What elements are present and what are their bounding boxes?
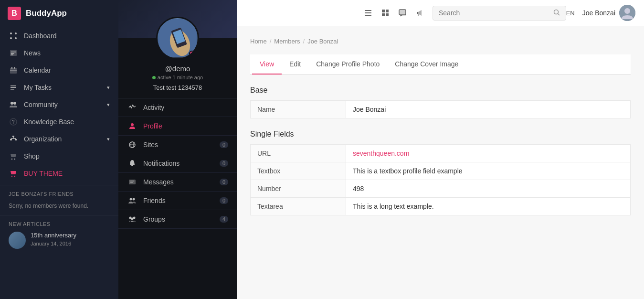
sidebar-item-news[interactable]: News xyxy=(0,44,118,62)
field-value-name: Joe Bonzai xyxy=(346,101,631,118)
single-fields-table: URL seventhqueen.com Textbox This is a t… xyxy=(250,144,631,215)
grid-icon[interactable] xyxy=(381,9,390,17)
search-icon xyxy=(553,9,560,17)
knowledge-icon: ? xyxy=(9,118,18,126)
svg-point-43 xyxy=(131,218,134,220)
shop-icon xyxy=(9,152,18,160)
article-date: January 14, 2016 xyxy=(31,241,76,246)
svg-rect-46 xyxy=(365,15,371,16)
profile-avatar-wrap xyxy=(118,17,237,60)
middle-nav-sites[interactable]: Sites 0 xyxy=(118,136,237,154)
field-label-textarea: Textarea xyxy=(251,198,346,215)
middle-nav-profile[interactable]: Profile xyxy=(118,117,237,136)
main-content: Home / Members / Joe Bonzai View Edit Ch… xyxy=(237,26,644,299)
svg-rect-48 xyxy=(386,10,389,12)
middle-nav-messages[interactable]: Messages 0 xyxy=(118,173,237,192)
friends-icon xyxy=(127,197,137,204)
svg-point-39 xyxy=(130,198,132,201)
sidebar-item-community[interactable]: Community ▾ xyxy=(0,96,118,113)
sidebar-item-organization[interactable]: Organization ▾ xyxy=(0,130,118,148)
table-row: Textarea This is a long text example. xyxy=(251,198,631,215)
svg-rect-14 xyxy=(11,89,14,90)
user-info[interactable]: Joe Bonzai xyxy=(582,5,635,21)
svg-rect-9 xyxy=(11,67,12,69)
dashboard-icon xyxy=(9,32,18,40)
table-row: URL seventhqueen.com xyxy=(251,145,631,162)
profile-avatar xyxy=(156,17,199,60)
middle-nav-groups[interactable]: Groups 4 xyxy=(118,210,237,229)
chat-icon[interactable] xyxy=(398,9,407,17)
article-title: 15th anniversary xyxy=(31,232,76,240)
sidebar: B BuddyApp Dashboard News Calendar My Ta… xyxy=(0,0,118,299)
svg-rect-10 xyxy=(14,67,15,69)
community-icon xyxy=(9,101,18,108)
field-label-number: Number xyxy=(251,180,346,198)
my-tasks-chevron: ▾ xyxy=(107,85,110,91)
calendar-icon xyxy=(9,66,18,74)
middle-nav-notifications[interactable]: Notifications 0 xyxy=(118,154,237,173)
friends-empty: Sorry, no members were found. xyxy=(9,201,110,211)
svg-point-28 xyxy=(11,176,12,177)
language-selector[interactable]: EN xyxy=(566,10,575,17)
sites-icon xyxy=(127,141,137,149)
online-indicator xyxy=(189,51,195,56)
tab-change-cover-image[interactable]: Change Cover Image xyxy=(387,54,466,75)
search-input[interactable] xyxy=(439,9,549,17)
sites-count: 0 xyxy=(220,141,228,148)
svg-rect-47 xyxy=(382,10,385,12)
topbar-right: EN Joe Bonzai xyxy=(566,5,635,21)
svg-point-15 xyxy=(11,102,13,105)
svg-rect-45 xyxy=(365,12,371,13)
middle-nav-activity[interactable]: Activity xyxy=(118,98,237,117)
table-row: Number 498 xyxy=(251,180,631,198)
sidebar-header: B BuddyApp xyxy=(0,0,118,27)
svg-text:?: ? xyxy=(12,119,15,125)
sidebar-item-knowledge-base[interactable]: ? Knowledge Base xyxy=(0,113,118,130)
community-chevron: ▾ xyxy=(107,102,110,108)
app-logo: B xyxy=(8,7,21,20)
url-link[interactable]: seventhqueen.com xyxy=(353,150,409,157)
svg-rect-50 xyxy=(386,13,389,16)
status-dot xyxy=(152,76,156,79)
single-fields-title: Single Fields xyxy=(250,130,631,139)
breadcrumb-home[interactable]: Home xyxy=(250,38,267,45)
table-row: Textbox This is a textbox profile field … xyxy=(251,162,631,180)
tab-change-profile-photo[interactable]: Change Profile Photo xyxy=(308,54,387,75)
news-icon xyxy=(9,49,18,57)
activity-icon xyxy=(127,104,137,111)
groups-count: 4 xyxy=(220,216,228,223)
svg-rect-51 xyxy=(399,10,406,15)
svg-point-27 xyxy=(14,159,15,160)
list-icon[interactable] xyxy=(364,9,372,17)
svg-point-40 xyxy=(133,198,135,201)
tab-view[interactable]: View xyxy=(252,54,282,75)
svg-point-0 xyxy=(10,32,12,34)
svg-rect-12 xyxy=(11,85,16,86)
org-icon xyxy=(9,135,18,143)
sidebar-item-my-tasks[interactable]: My Tasks ▾ xyxy=(0,79,118,96)
middle-nav-friends[interactable]: Friends 0 xyxy=(118,192,237,210)
megaphone-icon[interactable] xyxy=(415,9,424,17)
breadcrumb-members[interactable]: Members xyxy=(274,38,300,45)
friends-count: 0 xyxy=(220,197,228,204)
base-section-title: Base xyxy=(250,86,631,95)
base-table: Name Joe Bonzai xyxy=(250,100,631,118)
sidebar-item-shop[interactable]: Shop xyxy=(0,148,118,165)
user-name: Joe Bonzai xyxy=(582,9,615,17)
articles-section: NEW ARTICLES 15th anniversary January 14… xyxy=(0,215,118,257)
tab-edit[interactable]: Edit xyxy=(282,54,308,75)
svg-point-3 xyxy=(15,37,17,39)
topbar-icons xyxy=(364,9,424,17)
sidebar-item-dashboard[interactable]: Dashboard xyxy=(0,27,118,44)
sidebar-item-calendar[interactable]: Calendar xyxy=(0,62,118,79)
search-bar[interactable] xyxy=(433,6,566,21)
profile-display-name: Test test 1234578 xyxy=(118,84,237,98)
friends-section: JOE BONZAI'S FRIENDS Sorry, no members w… xyxy=(0,185,118,215)
field-value-number: 498 xyxy=(346,180,631,198)
sidebar-item-buy-theme[interactable]: BUY THEME xyxy=(0,165,118,182)
app-name: BuddyApp xyxy=(26,9,67,18)
svg-rect-13 xyxy=(11,87,16,88)
svg-point-58 xyxy=(624,8,630,14)
svg-point-34 xyxy=(131,123,134,126)
svg-point-1 xyxy=(15,32,17,34)
